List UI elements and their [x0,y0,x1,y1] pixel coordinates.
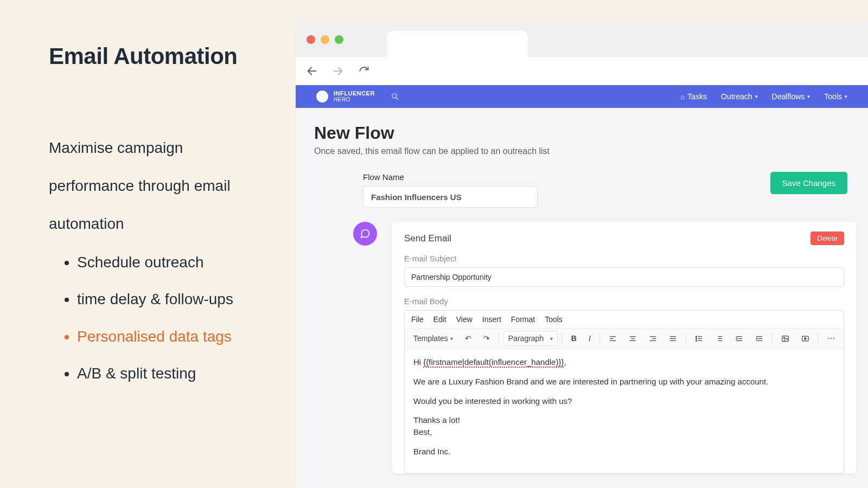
italic-icon[interactable]: I [584,331,595,346]
nav-outreach[interactable]: Outreach▾ [721,92,758,101]
editor-menubar: File Edit View Insert Format Tools [405,311,844,329]
chat-step-icon[interactable] [353,222,377,246]
nav-label: Outreach [721,92,752,101]
page-title: New Flow [314,123,850,143]
forward-icon[interactable] [330,63,346,79]
url-bar[interactable] [382,62,859,80]
subject-label: E-mail Subject [404,254,844,263]
flow-name-label: Flow Name [363,172,538,182]
browser-window: INFLUENCER HERO ⌂ Tasks Outreach▾ Dealfl… [296,22,868,488]
outdent-icon[interactable] [731,331,748,346]
chevron-down-icon: ▾ [807,94,810,99]
feature-item: Schedule outreach [77,253,269,272]
save-changes-button[interactable]: Save Changes [770,172,847,194]
logo-line2: HERO [334,97,375,103]
align-center-icon[interactable] [624,331,641,346]
image-icon[interactable] [777,331,794,346]
feature-item: A/B & split testing [77,364,269,383]
svg-point-32 [783,337,785,339]
flow-name-input[interactable] [363,186,538,208]
align-left-icon[interactable] [604,331,621,346]
body-greeting-prefix: Hi [413,357,423,367]
app-navbar: INFLUENCER HERO ⌂ Tasks Outreach▾ Dealfl… [296,85,868,108]
email-subject-input[interactable] [404,267,844,287]
video-icon[interactable] [797,331,814,346]
body-line: Best, [413,427,432,436]
nav-dealflows[interactable]: Dealflows▾ [772,92,810,101]
tasks-icon: ⌂ [680,93,685,101]
browser-toolbar [296,57,868,85]
browser-tab[interactable] [387,31,528,57]
menu-format[interactable]: Format [511,315,535,324]
bullet-list-icon[interactable] [691,331,707,346]
feature-item-active: Personalised data tags [77,327,269,346]
bold-icon[interactable]: B [567,331,581,346]
redo-icon[interactable]: ↷ [479,331,494,346]
svg-point-17 [695,338,697,339]
svg-line-3 [396,98,398,100]
align-justify-icon[interactable] [665,331,681,346]
chevron-down-icon: ▾ [845,94,847,99]
nav-label: Dealflows [772,92,805,101]
app-logo[interactable]: INFLUENCER HERO [316,91,375,102]
marketing-heading: Email Automation [49,43,269,69]
back-icon[interactable] [304,63,320,79]
send-email-card: Send Email Delete E-mail Subject E-mail … [392,222,856,473]
email-body-textarea[interactable]: Hi {{firstname|default(influencer_handle… [405,349,844,473]
reload-icon[interactable] [356,63,372,79]
editor-toolbar: Templates ↶ ↷ Paragraph B I [405,329,844,349]
menu-edit[interactable]: Edit [433,315,446,324]
svg-marker-34 [805,337,806,339]
maximize-icon[interactable] [335,35,343,44]
menu-file[interactable]: File [411,315,424,324]
body-greeting-suffix: , [564,357,566,367]
body-line: Thanks a lot! [413,415,460,425]
svg-point-18 [695,340,697,341]
close-icon[interactable] [307,35,315,44]
delete-button[interactable]: Delete [810,232,844,245]
undo-icon[interactable]: ↶ [461,331,476,346]
minimize-icon[interactable] [321,35,329,44]
page-subtitle: Once saved, this email flow can be appli… [314,146,850,156]
feature-list: Schedule outreach time delay & follow-up… [49,253,269,384]
card-title: Send Email [404,233,451,244]
body-signature: Brand Inc. [413,446,835,458]
browser-titlebar [296,22,868,57]
chevron-down-icon: ▾ [755,94,758,99]
svg-point-16 [695,336,697,337]
menu-tools[interactable]: Tools [545,315,563,324]
templates-dropdown[interactable]: Templates [409,331,457,346]
number-list-icon[interactable] [711,331,727,346]
body-paragraph: We are a Luxury Fashion Brand and we are… [413,376,835,388]
logo-text: INFLUENCER HERO [334,91,375,102]
menu-insert[interactable]: Insert [482,315,501,324]
body-paragraph: Would you be interested in working with … [413,395,835,407]
nav-label: Tasks [687,92,707,101]
nav-tools[interactable]: Tools▾ [824,92,847,101]
nav-label: Tools [824,92,842,101]
data-tag: {{firstname|default(influencer_handle)}} [423,357,564,368]
marketing-subhead: Maximise campaign performance through em… [49,129,269,243]
indent-icon[interactable] [751,331,768,346]
search-icon[interactable] [391,93,399,100]
paragraph-dropdown[interactable]: Paragraph [503,331,558,346]
align-right-icon[interactable] [644,331,661,346]
rich-text-editor: File Edit View Insert Format Tools Templ… [404,310,844,473]
more-icon[interactable]: ⋯ [823,331,839,346]
menu-view[interactable]: View [456,315,473,324]
body-label: E-mail Body [404,297,844,306]
logo-line1: INFLUENCER [334,91,375,97]
feature-item: time delay & follow-ups [77,290,269,309]
logo-icon [316,91,328,102]
nav-tasks[interactable]: ⌂ Tasks [680,92,707,101]
